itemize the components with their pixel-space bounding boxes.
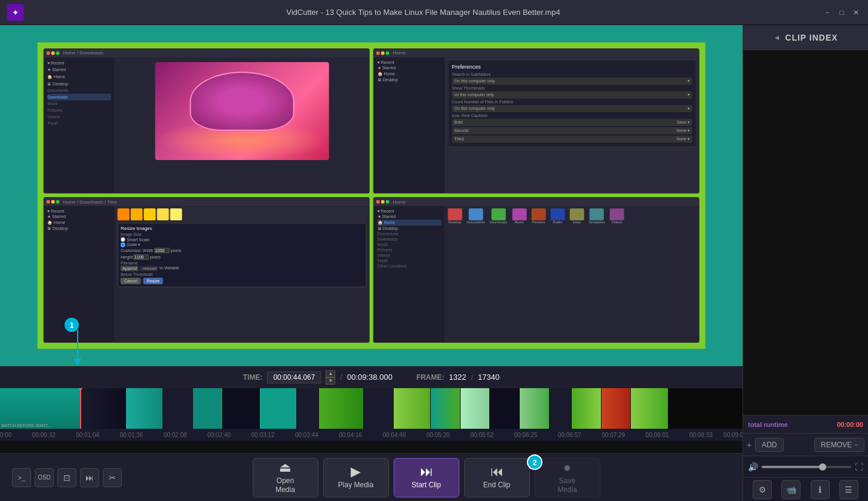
video-settings-button[interactable]: 📹 <box>781 480 800 499</box>
tl-segment-6 <box>260 388 297 429</box>
tl-segment-12 <box>461 388 490 429</box>
window-title: VidCutter - 13 Quick Tips to Make Linux … <box>24 8 823 17</box>
open-media-button[interactable]: ⏏ OpenMedia <box>253 458 318 497</box>
ruler-mark-8: 00:04:16 <box>339 432 362 438</box>
controls-bar: >_ OSD ⊡ ⏭ ✂ ⏏ OpenMedia ▶ Play Media <box>0 453 743 501</box>
tl-segment-9 <box>364 388 394 429</box>
ruler-mark-7: 00:03:44 <box>295 432 318 438</box>
ruler-mark-6: 00:03:12 <box>251 432 275 438</box>
time-label: TIME: <box>243 373 263 382</box>
ruler-mark-15: 00:08:01 <box>646 432 669 438</box>
ruler-mark-12: 00:06:25 <box>514 432 538 438</box>
main-area: Home / Downloads ♥ Recent ★ Starred 🏠 Ho… <box>0 25 868 501</box>
timeline-playhead[interactable] <box>80 388 81 429</box>
ruler-mark-3: 00:01:36 <box>120 432 143 438</box>
timeline-strip[interactable]: WATCH BEFORE WANT... <box>0 388 743 429</box>
tl-segment-14 <box>520 388 550 429</box>
ruler-mark-16: 00:08:33 <box>689 432 713 438</box>
annotation-bubble-2: 2 <box>527 454 542 470</box>
status-bar: TIME: ▲ ▼ / 00:09:38.000 FRAME: 1322 / 1… <box>0 366 743 388</box>
left-controls: >_ OSD ⊡ ⏭ ✂ <box>12 468 122 487</box>
info-button[interactable]: ℹ <box>811 480 830 499</box>
fullscreen-icon[interactable]: ⛶ <box>855 462 863 472</box>
add-prefix-icon: + <box>747 440 752 450</box>
app-logo: ✦ <box>7 4 24 21</box>
titlebar: ✦ VidCutter - 13 Quick Tips to Make Linu… <box>0 0 868 25</box>
ruler-mark-9: 00:04:48 <box>383 432 406 438</box>
clip-panel-arrow: ◄ <box>773 33 780 42</box>
play-media-icon: ▶ <box>351 465 361 478</box>
end-clip-icon: ⏮ <box>490 465 504 478</box>
screenshot-4: Home ♥ Recent ★ Starred 🏠 Home 🖥 Desktop… <box>373 197 700 343</box>
end-clip-button[interactable]: ⏮ End Clip <box>464 458 530 497</box>
tl-segment-0: WATCH BEFORE WANT... <box>0 388 82 429</box>
clip-list <box>743 50 868 415</box>
tl-segment-4 <box>193 388 223 429</box>
tl-segment-18 <box>631 388 668 429</box>
add-clip-button[interactable]: ADD <box>755 438 783 452</box>
annotation-bubble-1: 1 <box>65 318 79 332</box>
save-media-icon: ● <box>563 461 571 474</box>
timeline-section[interactable]: WATCH BEFORE WANT... <box>0 388 743 453</box>
remove-clip-label: REMOVE <box>821 441 852 449</box>
volume-row: 🔊 ⛶ <box>743 456 868 477</box>
time-input[interactable] <box>267 371 321 383</box>
start-clip-label: Start Clip <box>412 481 441 489</box>
frame-display: FRAME: 1322 / 17340 <box>416 373 499 382</box>
time-down-button[interactable]: ▼ <box>326 377 335 385</box>
start-clip-icon: ⏭ <box>420 465 433 478</box>
scissors-button[interactable]: ✂ <box>103 468 122 487</box>
media-controls: ⏏ OpenMedia ▶ Play Media ⏭ Start Clip ⏮ <box>122 458 731 497</box>
frame-current: 1322 <box>449 373 467 382</box>
save-media-label: SaveMedia <box>557 477 577 494</box>
ruler-mark-2: 00:01:04 <box>76 432 99 438</box>
playhead-triangle <box>76 388 85 391</box>
open-media-label: OpenMedia <box>275 477 295 494</box>
screenshot-button[interactable]: ⊡ <box>57 468 76 487</box>
tl-segment-end <box>668 388 743 429</box>
screenshot-3: Home / Downloads / Tiles ♥ Recent ★ Star… <box>43 197 369 343</box>
tl-segment-15 <box>550 388 572 429</box>
video-panel: Home / Downloads ♥ Recent ★ Starred 🏠 Ho… <box>0 25 743 501</box>
start-clip-button[interactable]: ⏭ Start Clip <box>394 458 459 497</box>
screenshot-1: Home / Downloads ♥ Recent ★ Starred 🏠 Ho… <box>43 48 369 194</box>
tl-segment-3 <box>163 388 193 429</box>
screenshot-2: Home ♥ Recent ★ Starred 🏠 Home 🖥 Desktop <box>373 48 700 194</box>
close-button[interactable]: ✕ <box>851 8 861 17</box>
settings-button[interactable]: ⚙ <box>753 480 772 499</box>
window-controls: − □ ✕ <box>823 8 861 17</box>
ruler-mark-0: 00:00:00 <box>0 432 11 438</box>
time-up-button[interactable]: ▲ <box>326 370 335 377</box>
tl-segment-11 <box>431 388 461 429</box>
skip-button[interactable]: ⏭ <box>80 468 99 487</box>
runtime-label: total runtime <box>748 421 788 428</box>
play-media-label: Play Media <box>338 481 373 489</box>
frame-label: FRAME: <box>416 373 444 382</box>
open-media-icon: ⏏ <box>279 461 292 474</box>
tl-segment-16 <box>572 388 602 429</box>
ruler-mark-11: 00:05:52 <box>470 432 493 438</box>
save-media-button[interactable]: ● SaveMedia <box>535 458 600 497</box>
video-content: Home / Downloads ♥ Recent ★ Starred 🏠 Ho… <box>0 25 743 366</box>
volume-thumb[interactable] <box>819 463 826 471</box>
logo-icon: ✦ <box>7 4 24 21</box>
ruler-mark-10: 00:05:20 <box>427 432 450 438</box>
remove-clip-button[interactable]: REMOVE − <box>814 438 864 452</box>
osd-button[interactable]: OSD <box>35 468 54 487</box>
play-media-button[interactable]: ▶ Play Media <box>323 458 389 497</box>
video-grid: Home / Downloads ♥ Recent ★ Starred 🏠 Ho… <box>37 42 706 349</box>
volume-slider[interactable] <box>762 466 851 468</box>
end-clip-label: End Clip <box>483 481 510 489</box>
ruler-mark-14: 00:07:29 <box>602 432 625 438</box>
minimize-button[interactable]: − <box>823 8 832 17</box>
tl-segment-1 <box>82 388 127 429</box>
ruler-mark-5: 00:02:40 <box>207 432 231 438</box>
tl-segment-17 <box>602 388 631 429</box>
terminal-button[interactable]: >_ <box>12 468 31 487</box>
restore-button[interactable]: □ <box>837 8 846 17</box>
list-button[interactable]: ☰ <box>839 480 858 499</box>
clip-footer: total runtime 00:00:00 <box>743 415 868 433</box>
tl-segment-13 <box>490 388 520 429</box>
timeline-ruler: 00:00:00 00:00:32 00:01:04 00:01:36 00:0… <box>0 429 743 441</box>
runtime-value: 00:00:00 <box>837 421 863 428</box>
